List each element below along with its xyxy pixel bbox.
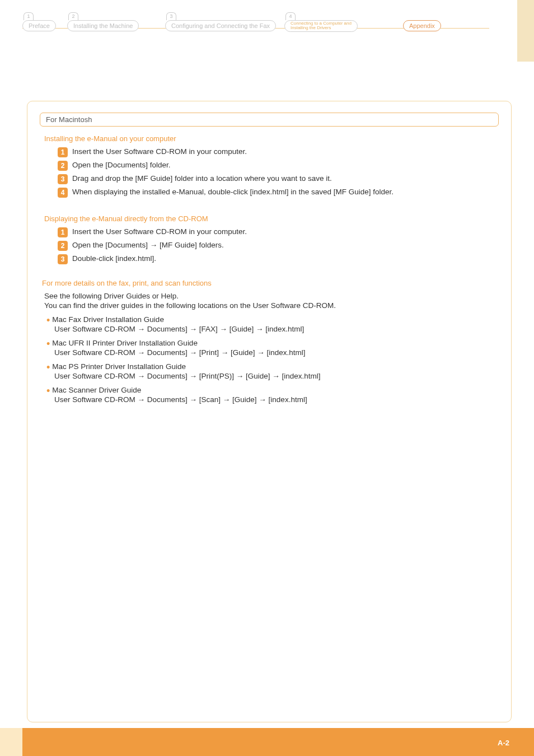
breadcrumb-chip-installing: Installing the Machine <box>67 20 139 31</box>
bullet-path: User Software CD-ROM → Documents] → [FAX… <box>54 325 511 333</box>
bullet-dot-icon: • <box>46 362 50 373</box>
step-text: When displaying the installed e-Manual, … <box>72 188 394 196</box>
breadcrumb-num-3: 3 <box>166 12 176 20</box>
bullet-head: Mac UFR II Printer Driver Installation G… <box>52 339 198 347</box>
step-num-icon: 2 <box>58 241 68 251</box>
step-text: Open the [Documents] → [MF Guide] folder… <box>72 241 224 249</box>
install-steps: 1Insert the User Software CD-ROM in your… <box>58 147 511 198</box>
breadcrumb-chip-fax: Configuring and Connecting the Fax <box>165 20 276 31</box>
display-step-2: 2Open the [Documents] → [MF Guide] folde… <box>58 241 511 251</box>
bullet-dot-icon: • <box>46 385 50 396</box>
breadcrumb-chip-appendix: Appendix <box>403 20 441 31</box>
bullet-path: User Software CD-ROM → Documents] → [Sca… <box>54 395 511 404</box>
step-num-icon: 3 <box>58 174 68 184</box>
details-bullets: •Mac Fax Driver Installation Guide User … <box>46 315 511 404</box>
step-text: Open the [Documents] folder. <box>72 161 171 169</box>
display-step-3: 3Double-click [index.html]. <box>58 254 511 264</box>
footer-band <box>0 728 534 756</box>
breadcrumb-label: Appendix <box>409 22 435 29</box>
section-title-details: For more details on the fax, print, and … <box>42 279 511 287</box>
bullet-ps: •Mac PS Printer Driver Installation Guid… <box>46 362 511 380</box>
breadcrumb-num-1: 1 <box>24 12 34 20</box>
breadcrumb-label: Preface <box>29 22 50 29</box>
breadcrumb-chip-drivers: Connecting to a Computer and Installing … <box>284 20 358 32</box>
install-step-4: 4When displaying the installed e-Manual,… <box>58 188 511 198</box>
step-num-icon: 4 <box>58 188 68 198</box>
bullet-fax: •Mac Fax Driver Installation Guide User … <box>46 315 511 333</box>
step-num-icon: 3 <box>58 254 68 264</box>
footer-band-left <box>0 728 22 756</box>
breadcrumb-chip-preface: Preface <box>22 20 56 31</box>
step-text: Insert the User Software CD-ROM in your … <box>72 147 247 156</box>
breadcrumb-label-line2: Installing the Drivers <box>291 26 352 30</box>
bullet-head: Mac Fax Driver Installation Guide <box>52 315 164 324</box>
bullet-path: User Software CD-ROM → Documents] → [Pri… <box>54 348 511 357</box>
section-title-install: Installing the e-Manual on your computer <box>44 134 511 143</box>
breadcrumb: 1 Preface 2 Installing the Machine 3 Con… <box>22 16 512 44</box>
bullet-path: User Software CD-ROM → Documents] → [Pri… <box>54 372 511 380</box>
page-number: A-2 <box>498 739 509 747</box>
step-num-icon: 2 <box>58 161 68 171</box>
breadcrumb-num-2: 2 <box>68 12 78 20</box>
step-text: Double-click [index.html]. <box>72 254 156 263</box>
section-title-display: Displaying the e-Manual directly from th… <box>44 214 511 223</box>
decor-stripe <box>517 0 534 62</box>
display-step-1: 1Insert the User Software CD-ROM in your… <box>58 227 511 237</box>
step-text: Insert the User Software CD-ROM in your … <box>72 227 247 236</box>
bullet-dot-icon: • <box>46 338 50 349</box>
bullet-scanner: •Mac Scanner Driver Guide User Software … <box>46 386 511 404</box>
step-num-icon: 1 <box>58 147 68 157</box>
bullet-head: Mac Scanner Driver Guide <box>52 386 141 394</box>
breadcrumb-num-4: 4 <box>285 12 296 20</box>
breadcrumb-label: Configuring and Connecting the Fax <box>171 22 270 29</box>
header-for-macintosh: For Macintosh <box>40 113 499 127</box>
install-step-2: 2Open the [Documents] folder. <box>58 161 511 171</box>
display-steps: 1Insert the User Software CD-ROM in your… <box>58 227 511 264</box>
bullet-dot-icon: • <box>46 315 50 326</box>
content-card: For Macintosh Installing the e-Manual on… <box>27 101 512 722</box>
breadcrumb-label: Installing the Machine <box>73 22 133 29</box>
details-intro-1: See the following Driver Guides or Help. <box>44 292 511 300</box>
install-step-3: 3Drag and drop the [MF Guide] folder int… <box>58 174 511 184</box>
step-text: Drag and drop the [MF Guide] folder into… <box>72 174 332 183</box>
bullet-ufr: •Mac UFR II Printer Driver Installation … <box>46 339 511 357</box>
details-intro-2: You can find the driver guides in the fo… <box>44 301 511 310</box>
step-num-icon: 1 <box>58 227 68 237</box>
bullet-head: Mac PS Printer Driver Installation Guide <box>52 362 186 371</box>
install-step-1: 1Insert the User Software CD-ROM in your… <box>58 147 511 157</box>
